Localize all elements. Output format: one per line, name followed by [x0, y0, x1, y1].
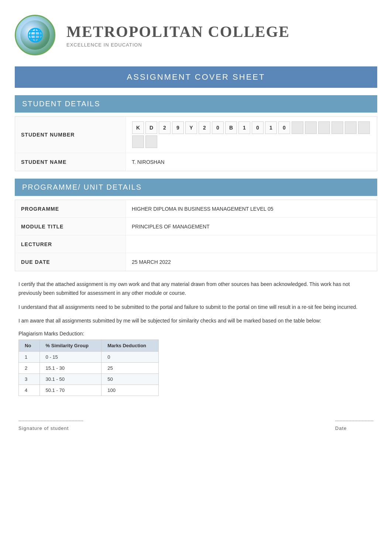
programme-row: PROGRAMME HIGHER DIPLOMA IN BUSINESS MAN…	[15, 200, 377, 218]
programme-details-area: PROGRAMME HIGHER DIPLOMA IN BUSINESS MAN…	[15, 200, 377, 271]
plag-data-row: 450.1 - 70100	[19, 385, 159, 396]
plag-col-no: No	[19, 340, 40, 352]
plag-data-row: 215.1 - 3025	[19, 363, 159, 374]
plag-cell-group: 50.1 - 70	[39, 385, 102, 396]
college-name-area: METROPOLITAN COLLEGE EXCELLENCE IN EDUCA…	[66, 23, 290, 48]
sn-char-box: 2	[199, 121, 210, 134]
sn-char-box: D	[145, 121, 157, 134]
plag-cell-deduction: 100	[102, 385, 159, 396]
student-number-value: KD29Y20B1010	[126, 117, 377, 153]
plag-header-row: No % Similarity Group Marks Deduction	[19, 340, 159, 352]
student-name-label: STUDENT NAME	[15, 153, 126, 171]
sn-empty-box	[345, 121, 357, 134]
lecturer-label: LECTURER	[15, 235, 126, 253]
module-title-value: PRINCIPLES OF MANAGEMENT	[126, 218, 377, 235]
plag-data-row: 10 - 150	[19, 352, 159, 363]
lecturer-row: LECTURER	[15, 235, 377, 253]
cert-para3: I am aware that all assignments submitte…	[18, 317, 374, 325]
globe-icon: 🌐	[27, 27, 44, 43]
date-label: Date	[335, 425, 374, 431]
plag-cell-deduction: 50	[102, 374, 159, 385]
student-number-chars: KD29Y20B1010	[132, 121, 371, 148]
signature-right: -------------------------- Date	[335, 418, 374, 431]
plag-cell-no: 3	[19, 374, 40, 385]
student-details-header: STUDENT DETAILS	[15, 95, 377, 113]
main-title: ASSIGNMENT COVER SHEET	[127, 72, 265, 82]
plag-col-deduction: Marks Deduction	[102, 340, 159, 352]
sn-char-box: K	[132, 121, 144, 134]
sn-empty-box	[358, 121, 370, 134]
main-title-bar: ASSIGNMENT COVER SHEET	[15, 66, 377, 88]
page-header: 🌐 METROPOLITAN COLLEGE EXCELLENCE IN EDU…	[15, 7, 377, 66]
programme-details-label: PROGRAMME/ UNIT DETAILS	[22, 183, 142, 191]
sn-char-box: Y	[185, 121, 197, 134]
due-date-row: DUE DATE 25 MARCH 2022	[15, 253, 377, 271]
sn-empty-box	[331, 121, 343, 134]
sn-empty-box	[132, 135, 144, 148]
signature-left: ----------------------------------------…	[18, 418, 83, 431]
college-logo: 🌐	[15, 15, 55, 55]
sn-char-box: B	[225, 121, 237, 134]
signature-area: ----------------------------------------…	[18, 418, 374, 431]
student-number-row: STUDENT NUMBER KD29Y20B1010	[15, 117, 377, 153]
sn-empty-box	[292, 121, 303, 134]
due-date-value: 25 MARCH 2022	[126, 253, 377, 271]
plagiarism-table: No % Similarity Group Marks Deduction 10…	[18, 339, 159, 396]
plag-cell-no: 1	[19, 352, 40, 363]
plag-cell-deduction: 0	[102, 352, 159, 363]
plag-cell-deduction: 25	[102, 363, 159, 374]
programme-details-header: PROGRAMME/ UNIT DETAILS	[15, 179, 377, 196]
student-name-row: STUDENT NAME T. NIROSHAN	[15, 153, 377, 171]
plag-cell-group: 15.1 - 30	[39, 363, 102, 374]
student-name-value: T. NIROSHAN	[126, 153, 377, 171]
sn-char-box: 0	[278, 121, 290, 134]
plag-cell-group: 30.1 - 50	[39, 374, 102, 385]
programme-value: HIGHER DIPLOMA IN BUSINESS MANAGEMENT LE…	[126, 200, 377, 217]
sig-dashes-right: --------------------------	[335, 418, 374, 423]
plag-cell-group: 0 - 15	[39, 352, 102, 363]
sn-char-box: 0	[212, 121, 224, 134]
college-subtitle: EXCELLENCE IN EDUCATION	[66, 42, 290, 48]
plagiarism-label: Plagiarism Marks Deduction:	[18, 331, 374, 337]
module-title-label: MODULE TITLE	[15, 218, 126, 235]
student-details-label: STUDENT DETAILS	[22, 100, 100, 108]
student-details-area: STUDENT NUMBER KD29Y20B1010 STUDENT NAME…	[15, 116, 377, 171]
sn-char-box: 1	[265, 121, 277, 134]
sn-empty-box	[145, 135, 157, 148]
sn-empty-box	[305, 121, 317, 134]
plag-col-group: % Similarity Group	[39, 340, 102, 352]
student-number-label: STUDENT NUMBER	[15, 117, 126, 153]
lecturer-value	[126, 235, 377, 253]
college-title: METROPOLITAN COLLEGE	[66, 23, 290, 41]
sn-char-box: 9	[172, 121, 184, 134]
cert-para2: I understand that all assignments need t…	[18, 303, 374, 312]
cert-para1: I certify that the attached assignment i…	[18, 280, 374, 298]
sn-empty-box	[318, 121, 330, 134]
module-title-row: MODULE TITLE PRINCIPLES OF MANAGEMENT	[15, 218, 377, 235]
sig-dashes-left: ----------------------------------------…	[18, 418, 83, 423]
plag-data-row: 330.1 - 5050	[19, 374, 159, 385]
plag-cell-no: 2	[19, 363, 40, 374]
sig-label: Signature of student	[18, 425, 83, 431]
sn-char-box: 1	[238, 121, 250, 134]
sn-char-box: 2	[159, 121, 171, 134]
certification-text: I certify that the attached assignment i…	[18, 280, 374, 325]
programme-label: PROGRAMME	[15, 200, 126, 217]
sn-char-box: 0	[252, 121, 264, 134]
plag-cell-no: 4	[19, 385, 40, 396]
due-date-label: DUE DATE	[15, 253, 126, 271]
